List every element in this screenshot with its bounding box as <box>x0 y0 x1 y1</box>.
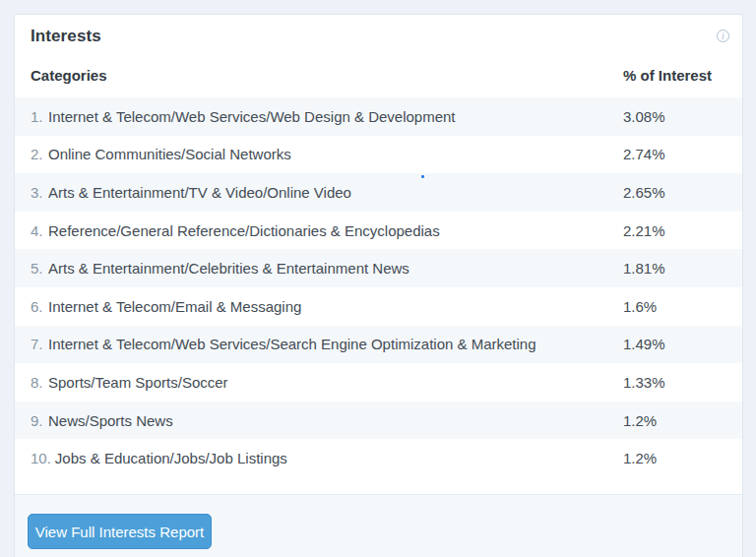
table-row: 9. News/Sports News 1.2% <box>15 402 742 440</box>
row-rank: 6. <box>31 298 44 315</box>
row-category: Sports/Team Sports/Soccer <box>48 374 228 391</box>
row-rank: 10. <box>31 450 51 466</box>
row-percent: 2.65% <box>623 184 665 201</box>
table-row: 1. Internet & Telecom/Web Services/Web D… <box>15 97 742 136</box>
row-rank: 7. <box>31 336 44 352</box>
row-rank: 5. <box>31 260 44 277</box>
row-category: Online Communities/Social Networks <box>48 146 291 162</box>
interests-table: 1. Internet & Telecom/Web Services/Web D… <box>15 97 742 477</box>
table-row: 8. Sports/Team Sports/Soccer 1.33% <box>15 363 742 402</box>
interests-panel: Interests i Categories % of Interest 1. … <box>14 14 743 557</box>
row-percent: 1.2% <box>623 450 657 466</box>
row-rank: 8. <box>31 374 44 391</box>
row-rank: 3. <box>31 184 44 201</box>
column-header-categories: Categories <box>31 67 107 84</box>
table-row: 2. Online Communities/Social Networks 2.… <box>15 136 742 174</box>
row-category: Internet & Telecom/Web Services/Web Desi… <box>48 108 456 125</box>
row-category: News/Sports News <box>48 412 173 429</box>
stray-cursor-dot <box>421 175 424 178</box>
row-percent: 1.6% <box>623 298 657 315</box>
row-percent: 2.21% <box>623 222 665 239</box>
row-rank: 1. <box>31 108 44 125</box>
row-category: Internet & Telecom/Email & Messaging <box>48 298 301 315</box>
row-percent: 1.49% <box>623 336 665 352</box>
row-rank: 9. <box>31 412 44 429</box>
table-row: 7. Internet & Telecom/Web Services/Searc… <box>15 326 742 364</box>
row-percent: 2.74% <box>623 146 665 162</box>
table-row: 3. Arts & Entertainment/TV & Video/Onlin… <box>15 173 742 212</box>
row-category: Internet & Telecom/Web Services/Search E… <box>48 336 536 352</box>
row-percent: 1.2% <box>623 412 657 429</box>
row-rank: 4. <box>31 222 44 239</box>
row-percent: 1.33% <box>623 374 665 391</box>
column-header-percent: % of Interest <box>623 67 712 84</box>
row-category: Arts & Entertainment/TV & Video/Online V… <box>48 184 351 201</box>
row-percent: 1.81% <box>623 260 665 277</box>
row-category: Reference/General Reference/Dictionaries… <box>48 222 440 239</box>
table-row: 5. Arts & Entertainment/Celebrities & En… <box>15 249 742 287</box>
table-row: 10. Jobs & Education/Jobs/Job Listings 1… <box>15 439 742 477</box>
panel-title: Interests <box>31 27 101 46</box>
card-footer: View Full Interests Report <box>15 494 742 557</box>
table-row: 4. Reference/General Reference/Dictionar… <box>15 212 742 250</box>
row-category: Jobs & Education/Jobs/Job Listings <box>55 450 287 466</box>
view-full-interests-report-button[interactable]: View Full Interests Report <box>28 514 212 549</box>
row-percent: 3.08% <box>623 108 665 125</box>
row-rank: 2. <box>31 146 44 162</box>
row-category: Arts & Entertainment/Celebrities & Enter… <box>48 260 410 277</box>
table-row: 6. Internet & Telecom/Email & Messaging … <box>15 287 742 326</box>
info-icon[interactable]: i <box>717 30 729 42</box>
